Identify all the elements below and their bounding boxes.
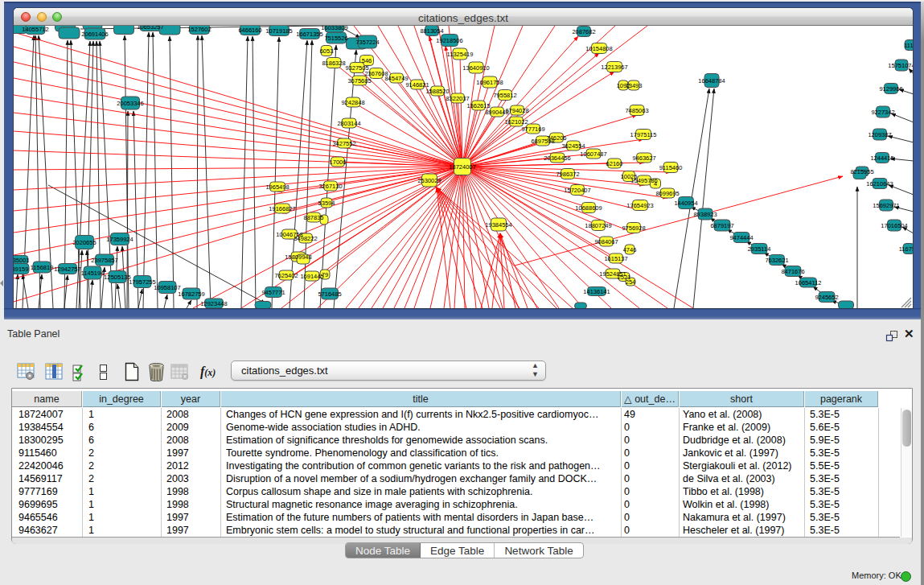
svg-text:79: 79 [322, 271, 328, 278]
svg-text:10719185: 10719185 [265, 27, 292, 35]
svg-text:16961758: 16961758 [476, 79, 503, 86]
svg-text:1588520: 1588520 [425, 88, 449, 95]
svg-text:12923448: 12923448 [200, 300, 227, 307]
svg-text:15720407: 15720407 [564, 187, 590, 194]
svg-text:2020655: 2020655 [72, 239, 96, 246]
svg-text:14055712: 14055712 [22, 26, 48, 33]
svg-text:6053: 6053 [320, 47, 334, 55]
svg-text:3267130: 3267130 [318, 183, 342, 190]
svg-text:1527602: 1527602 [187, 26, 211, 33]
svg-text:14136141: 14136141 [583, 288, 610, 295]
svg-text:7485063: 7485063 [625, 107, 648, 114]
svg-text:8699695: 8699695 [655, 190, 679, 197]
svg-text:1621022: 1621022 [504, 118, 528, 126]
svg-text:16782759: 16782759 [178, 290, 204, 298]
svg-text:12213967: 12213967 [601, 64, 627, 71]
svg-text:8471676: 8471676 [781, 268, 804, 275]
svg-text:12505135: 12505135 [104, 274, 130, 281]
svg-text:15751074: 15751074 [888, 62, 913, 69]
svg-text:8938923: 8938923 [693, 211, 717, 218]
svg-text:17975115: 17975115 [630, 131, 657, 138]
svg-text:9115460: 9115460 [659, 164, 683, 171]
svg-text:116753: 116753 [899, 245, 913, 253]
svg-text:19166827: 19166827 [269, 205, 295, 212]
svg-text:254: 254 [626, 278, 636, 286]
svg-text:20691406: 20691406 [81, 31, 108, 38]
svg-text:7515526: 7515526 [324, 35, 347, 42]
svg-text:2087682: 2087682 [572, 28, 595, 35]
svg-text:7357224: 7357224 [355, 39, 379, 46]
svg-text:2530029: 2530029 [417, 177, 441, 184]
svg-text:16671355: 16671355 [296, 31, 322, 38]
svg-text:17654923: 17654923 [626, 202, 653, 209]
svg-text:1209387: 1209387 [868, 131, 891, 138]
svg-text:23975857: 23975857 [91, 257, 117, 264]
svg-text:39159: 39159 [14, 266, 28, 273]
svg-text:6466160: 6466160 [238, 27, 261, 34]
svg-text:7955812: 7955812 [493, 92, 516, 99]
svg-text:19218506: 19218506 [436, 37, 462, 44]
svg-text:17359924: 17359924 [106, 236, 133, 243]
svg-text:18807249: 18807249 [585, 222, 611, 229]
svg-text:19384554: 19384554 [485, 221, 511, 229]
svg-text:1615137: 1615137 [604, 255, 627, 262]
svg-text:9084067: 9084067 [594, 238, 618, 245]
svg-text:53594: 53594 [318, 200, 335, 207]
svg-text:16648784: 16648784 [698, 77, 725, 84]
svg-text:10154808: 10154808 [585, 45, 612, 52]
svg-text:7986372: 7986372 [556, 171, 579, 178]
svg-text:11325419: 11325419 [447, 51, 474, 58]
svg-text:13640910: 13640910 [462, 64, 489, 72]
svg-text:6897568: 6897568 [531, 138, 554, 145]
svg-text:9129966: 9129966 [879, 85, 902, 93]
svg-text:8454749: 8454749 [384, 75, 408, 82]
svg-text:10688609: 10688609 [575, 204, 602, 212]
svg-text:887835: 887835 [303, 214, 323, 221]
svg-text:9777169: 9777169 [521, 126, 544, 133]
svg-text:15692971: 15692971 [873, 202, 899, 209]
svg-text:3675685: 3675685 [347, 77, 371, 84]
svg-text:8322037: 8322037 [446, 95, 469, 102]
svg-text:1244415: 1244415 [870, 154, 893, 162]
svg-text:2935114: 2935114 [748, 245, 771, 253]
svg-text:9756928: 9756928 [622, 225, 645, 232]
svg-text:7625402: 7625402 [274, 272, 298, 279]
svg-text:20364456: 20364456 [544, 154, 570, 162]
svg-text:1691445: 1691445 [300, 273, 323, 280]
svg-text:73493: 73493 [626, 82, 643, 89]
svg-text:9245652: 9245652 [815, 294, 838, 301]
svg-text:4: 4 [654, 180, 657, 187]
svg-text:6794028: 6794028 [505, 107, 528, 114]
svg-text:17016504: 17016504 [881, 222, 907, 229]
svg-text:16033809: 16033809 [321, 26, 347, 31]
svg-text:10607487: 10607487 [580, 150, 606, 158]
svg-text:9227342: 9227342 [871, 109, 894, 116]
svg-text:7632621: 7632621 [765, 257, 788, 264]
svg-text:6879197: 6879197 [710, 222, 733, 229]
svg-text:17957255: 17957255 [129, 278, 155, 286]
svg-text:9457771: 9457771 [261, 289, 285, 296]
svg-text:3624554: 3624554 [561, 142, 585, 150]
svg-text:15809948: 15809948 [285, 253, 311, 261]
svg-text:10653257: 10653257 [137, 26, 163, 31]
svg-text:5716485: 5716485 [318, 290, 341, 298]
svg-text:20053346: 20053346 [117, 100, 143, 107]
svg-text:10958107: 10958107 [154, 284, 180, 291]
svg-text:1112: 1112 [904, 42, 913, 49]
svg-text:2803144: 2803144 [337, 120, 360, 127]
svg-text:835001: 835001 [14, 257, 30, 264]
svg-text:16210643: 16210643 [866, 180, 893, 187]
svg-text:3427552: 3427552 [332, 140, 355, 147]
svg-text:9474444: 9474444 [729, 234, 753, 241]
svg-text:1965498: 1965498 [265, 183, 289, 191]
svg-text:9242848: 9242848 [341, 99, 364, 106]
svg-text:8215955: 8215955 [850, 168, 873, 175]
svg-text:8813054: 8813054 [420, 27, 443, 35]
svg-text:10654112: 10654112 [795, 279, 822, 286]
svg-text:1145194: 1145194 [81, 270, 105, 277]
svg-text:1440954: 1440954 [674, 200, 697, 207]
svg-text:4746: 4746 [623, 246, 637, 253]
svg-text:18724007: 18724007 [449, 163, 475, 171]
svg-text:5498222: 5498222 [294, 235, 317, 242]
svg-text:1156819: 1156819 [31, 264, 54, 271]
